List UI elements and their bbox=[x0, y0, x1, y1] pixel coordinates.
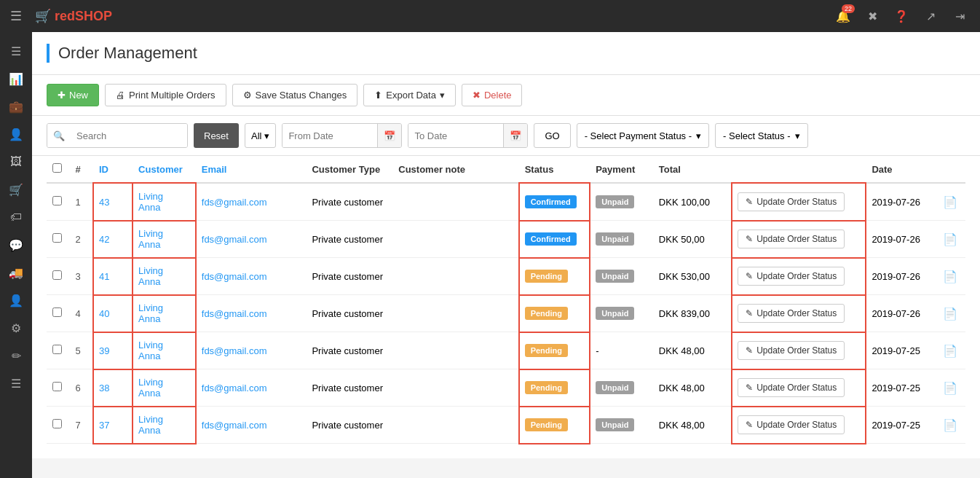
update-order-status-button[interactable]: ✎ Update Order Status bbox=[738, 267, 845, 286]
print-button[interactable]: 🖨 Print Multiple Orders bbox=[105, 84, 226, 106]
row-id[interactable]: 41 bbox=[93, 258, 133, 295]
row-email: fds@gmail.com bbox=[196, 258, 307, 295]
status-dropdown[interactable]: - Select Status - ▾ bbox=[715, 123, 807, 148]
row-payment: Unpaid bbox=[590, 407, 653, 444]
from-date-input[interactable] bbox=[282, 124, 377, 147]
row-id[interactable]: 39 bbox=[93, 332, 133, 369]
row-checkbox[interactable] bbox=[47, 407, 69, 444]
col-total: Total bbox=[653, 156, 732, 183]
row-customer[interactable]: LivingAnna bbox=[133, 221, 196, 258]
row-pdf[interactable]: 📄 bbox=[937, 295, 965, 332]
notification-icon[interactable]: 🔔 22 bbox=[830, 3, 856, 29]
row-pdf[interactable]: 📄 bbox=[937, 183, 965, 221]
row-pdf[interactable]: 📄 bbox=[937, 221, 965, 258]
row-checkbox[interactable] bbox=[47, 332, 69, 369]
payment-status-dropdown[interactable]: - Select Payment Status - ▾ bbox=[577, 123, 709, 148]
row-checkbox[interactable] bbox=[47, 183, 69, 221]
pdf-icon[interactable]: 📄 bbox=[943, 233, 957, 246]
row-status: Confirmed bbox=[519, 221, 590, 258]
pdf-icon[interactable]: 📄 bbox=[943, 270, 957, 283]
sidebar-item-account[interactable]: 👤 bbox=[1, 287, 31, 313]
row-id[interactable]: 42 bbox=[93, 221, 133, 258]
row-checkbox[interactable] bbox=[47, 221, 69, 258]
pdf-icon[interactable]: 📄 bbox=[943, 345, 957, 357]
row-actions: ✎ Update Order Status bbox=[732, 221, 866, 258]
extension-icon[interactable]: ✖ bbox=[859, 3, 885, 29]
delete-button[interactable]: ✖ Delete bbox=[462, 84, 523, 106]
help-icon[interactable]: ❓ bbox=[888, 3, 914, 29]
update-order-status-button[interactable]: ✎ Update Order Status bbox=[738, 304, 845, 323]
logout-icon[interactable]: ⇥ bbox=[947, 3, 973, 29]
update-order-status-button[interactable]: ✎ Update Order Status bbox=[738, 378, 845, 397]
pdf-icon[interactable]: 📄 bbox=[943, 382, 957, 394]
sidebar-item-tags[interactable]: 🏷 bbox=[1, 204, 31, 230]
row-customer[interactable]: LivingAnna bbox=[133, 258, 196, 295]
update-order-status-button[interactable]: ✎ Update Order Status bbox=[738, 192, 845, 211]
to-date-input[interactable] bbox=[408, 124, 503, 147]
row-status: Pending bbox=[519, 332, 590, 369]
external-link-icon[interactable]: ↗ bbox=[917, 3, 944, 29]
caret-icon: ▾ bbox=[440, 90, 445, 101]
row-pdf[interactable]: 📄 bbox=[937, 407, 965, 444]
plus-icon: ✚ bbox=[58, 90, 66, 101]
search-input[interactable] bbox=[71, 124, 187, 147]
payment-cell: - bbox=[596, 345, 598, 356]
payment-badge: Unpaid bbox=[596, 270, 634, 283]
row-customer[interactable]: LivingAnna bbox=[133, 407, 196, 444]
select-all-checkbox[interactable] bbox=[52, 163, 62, 173]
row-pdf[interactable]: 📄 bbox=[937, 332, 965, 369]
to-date-calendar-icon[interactable]: 📅 bbox=[503, 124, 527, 147]
status-badge: Pending bbox=[525, 307, 568, 320]
row-checkbox[interactable] bbox=[47, 258, 69, 295]
row-customer[interactable]: LivingAnna bbox=[133, 183, 196, 221]
reset-button[interactable]: Reset bbox=[194, 123, 239, 148]
row-id[interactable]: 38 bbox=[93, 369, 133, 407]
sidebar-item-media[interactable]: 🖼 bbox=[1, 149, 31, 175]
new-button[interactable]: ✚ New bbox=[47, 84, 99, 106]
row-date: 2019-07-26 bbox=[866, 258, 937, 295]
row-checkbox[interactable] bbox=[47, 369, 69, 407]
row-date: 2019-07-25 bbox=[866, 407, 937, 444]
update-order-status-button[interactable]: ✎ Update Order Status bbox=[738, 415, 845, 434]
row-email: fds@gmail.com bbox=[196, 295, 307, 332]
export-button[interactable]: ⬆ Export Data ▾ bbox=[363, 84, 456, 106]
sidebar-item-menu[interactable]: ☰ bbox=[1, 38, 31, 64]
pdf-icon[interactable]: 📄 bbox=[943, 419, 957, 431]
sidebar-item-users[interactable]: 👤 bbox=[1, 121, 31, 147]
sidebar-item-messages[interactable]: 💬 bbox=[1, 232, 31, 258]
payment-badge: Unpaid bbox=[596, 381, 634, 394]
status-badge: Pending bbox=[525, 418, 568, 431]
hamburger-icon[interactable]: ☰ bbox=[0, 8, 32, 24]
sidebar-item-edit[interactable]: ✏ bbox=[1, 342, 31, 369]
page-title-bar: Order Management bbox=[32, 32, 980, 75]
row-date: 2019-07-26 bbox=[866, 183, 937, 221]
sidebar-item-settings[interactable]: ⚙ bbox=[1, 315, 31, 341]
save-status-button[interactable]: ⚙ Save Status Changes bbox=[232, 84, 358, 106]
row-id[interactable]: 40 bbox=[93, 295, 133, 332]
row-customer[interactable]: LivingAnna bbox=[133, 369, 196, 407]
pdf-icon[interactable]: 📄 bbox=[943, 196, 957, 208]
go-button[interactable]: GO bbox=[534, 123, 570, 148]
row-customer[interactable]: LivingAnna bbox=[133, 332, 196, 369]
payment-badge: Unpaid bbox=[596, 195, 634, 208]
update-order-status-button[interactable]: ✎ Update Order Status bbox=[738, 230, 845, 248]
row-id[interactable]: 37 bbox=[93, 407, 133, 444]
row-type: Private customer bbox=[306, 407, 392, 444]
sidebar-item-products[interactable]: 💼 bbox=[1, 93, 31, 120]
update-order-status-button[interactable]: ✎ Update Order Status bbox=[738, 341, 845, 360]
row-id[interactable]: 43 bbox=[93, 183, 133, 221]
from-date-calendar-icon[interactable]: 📅 bbox=[377, 124, 401, 147]
row-payment: Unpaid bbox=[590, 295, 653, 332]
table-row: 2 42 LivingAnna fds@gmail.com Private cu… bbox=[47, 221, 965, 258]
sidebar-item-shipping[interactable]: 🚚 bbox=[1, 259, 31, 286]
row-checkbox[interactable] bbox=[47, 295, 69, 332]
row-customer[interactable]: LivingAnna bbox=[133, 295, 196, 332]
row-pdf[interactable]: 📄 bbox=[937, 369, 965, 407]
sidebar-item-more[interactable]: ☰ bbox=[1, 370, 31, 396]
all-dropdown[interactable]: All ▾ bbox=[245, 123, 276, 148]
table-row: 6 38 LivingAnna fds@gmail.com Private cu… bbox=[47, 369, 965, 407]
row-pdf[interactable]: 📄 bbox=[937, 258, 965, 295]
sidebar-item-orders[interactable]: 🛒 bbox=[1, 176, 31, 203]
sidebar-item-dashboard[interactable]: 📊 bbox=[1, 66, 31, 92]
pdf-icon[interactable]: 📄 bbox=[943, 307, 957, 320]
